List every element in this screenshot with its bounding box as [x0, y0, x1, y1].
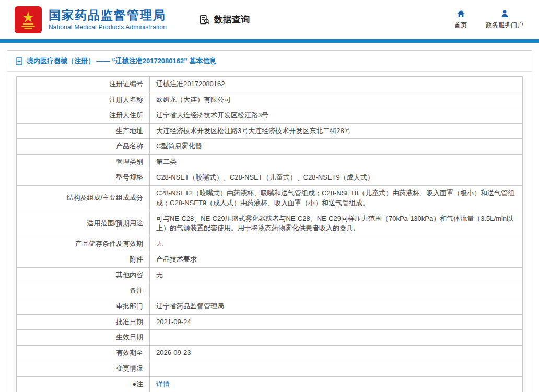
nav-portal[interactable]: 政务服务门户: [486, 9, 523, 30]
field-value: 辽宁省药品监督管理局: [150, 299, 523, 314]
field-label: 注册证编号: [17, 77, 150, 92]
field-value: 无: [150, 236, 523, 252]
national-emblem-icon: [15, 6, 42, 33]
field-value: [150, 361, 523, 377]
field-value: 2026-09-23: [150, 346, 523, 361]
table-row: 管理类别第二类: [17, 155, 523, 170]
field-label: 附件: [17, 252, 150, 268]
table-row: 产品名称C型简易雾化器: [17, 139, 523, 155]
table-row: 审批部门辽宁省药品监督管理局: [17, 299, 523, 314]
nav-portal-label: 政务服务门户: [486, 21, 523, 30]
table-row: ●注详情: [17, 376, 523, 392]
table-row: 生效日期: [17, 330, 523, 346]
field-value: 大连经济技术开发区松江路3号大连经济技术开发区东北二街28号: [150, 123, 523, 139]
field-label: 型号规格: [17, 170, 150, 186]
field-value: C28-NSET2（咬嘴式）由药液杯、吸嘴和送气管组成；C28-NSET8（儿童…: [150, 185, 523, 211]
table-row: 注册人住所辽宁省大连经济技术开发区松江路3号: [17, 108, 523, 123]
field-value: 产品技术要求: [150, 252, 523, 268]
table-row: 适用范围/预期用途可与NE-C28、NE-C29压缩式雾化器或者与NE-C28、…: [17, 211, 523, 236]
field-label: 其他内容: [17, 267, 150, 283]
field-label: 结构及组成/主要组成成分: [17, 185, 150, 211]
field-value: 辽械注准20172080162: [150, 77, 523, 92]
table-row: 结构及组成/主要组成成分C28-NSET2（咬嘴式）由药液杯、吸嘴和送气管组成；…: [17, 185, 523, 211]
field-label: 产品名称: [17, 139, 150, 155]
field-label: 有效期至: [17, 346, 150, 361]
detail-link[interactable]: 详情: [156, 380, 170, 388]
field-label: 注册人名称: [17, 92, 150, 108]
field-label: 产品储存条件及有效期: [17, 236, 150, 252]
nav-data-query-label: 数据查询: [214, 14, 250, 26]
nav-home-label: 首页: [454, 21, 467, 30]
page-title-bar: 境内医疗器械（注册） —— “辽械注准20172080162” 基本信息: [7, 51, 532, 72]
table-row: 注册人名称欧姆龙（大连）有限公司: [17, 92, 523, 108]
table-row: 型号规格C28-NSET（咬嘴式）、C28-NSET（儿童式）、C28-NSET…: [17, 170, 523, 186]
table-row: 变更情况: [17, 361, 523, 377]
field-value: 可与NE-C28、NE-C29压缩式雾化器或者与NE-C28、NE-C29同样压…: [150, 211, 523, 236]
table-row: 产品储存条件及有效期无: [17, 236, 523, 252]
table-row: 附件产品技术要求: [17, 252, 523, 268]
field-label: 生效日期: [17, 330, 150, 346]
house-icon: [456, 9, 465, 18]
header: 国家药品监督管理局 National Medical Products Admi…: [0, 0, 539, 39]
field-value: [150, 283, 523, 299]
document-magnifier-icon: [199, 14, 210, 26]
org-name-cn: 国家药品监督管理局: [49, 8, 167, 22]
field-label: 批准日期: [17, 314, 150, 330]
field-label: 管理类别: [17, 155, 150, 170]
page-title: 境内医疗器械（注册） —— “辽械注准20172080162” 基本信息: [27, 56, 216, 66]
table-row: 备注: [17, 283, 523, 299]
nav-data-query[interactable]: 数据查询: [199, 14, 250, 26]
info-table-body: 注册证编号辽械注准20172080162注册人名称欧姆龙（大连）有限公司注册人住…: [17, 77, 523, 392]
field-label: 审批部门: [17, 299, 150, 314]
top-nav: 首页 政务服务门户: [454, 9, 523, 30]
table-row: 生产地址大连经济技术开发区松江路3号大连经济技术开发区东北二街28号: [17, 123, 523, 139]
field-label: 备注: [17, 283, 150, 299]
field-label: 适用范围/预期用途: [17, 211, 150, 236]
field-value: 辽宁省大连经济技术开发区松江路3号: [150, 108, 523, 123]
document-icon: [16, 57, 22, 65]
table-row: 批准日期2021-09-24: [17, 314, 523, 330]
content-panel: 境内医疗器械（注册） —— “辽械注准20172080162” 基本信息 注册证…: [7, 50, 532, 392]
table-row: 有效期至2026-09-23: [17, 346, 523, 361]
page: 国家药品监督管理局 National Medical Products Admi…: [0, 0, 539, 392]
field-value: C型简易雾化器: [150, 139, 523, 155]
field-value: [150, 330, 523, 346]
field-value: 2021-09-24: [150, 314, 523, 330]
org-name-en: National Medical Products Administration: [49, 23, 167, 31]
field-value: 无: [150, 267, 523, 283]
nmpa-logo[interactable]: 国家药品监督管理局 National Medical Products Admi…: [15, 6, 167, 33]
field-label: 变更情况: [17, 361, 150, 377]
registration-info-table: 注册证编号辽械注准20172080162注册人名称欧姆龙（大连）有限公司注册人住…: [16, 76, 523, 392]
field-value: 第二类: [150, 155, 523, 170]
field-label: 生产地址: [17, 123, 150, 139]
field-value: 详情: [150, 376, 523, 392]
accent-bar: [0, 39, 539, 43]
brand-text: 国家药品监督管理局 National Medical Products Admi…: [49, 8, 167, 31]
field-label: 注册人住所: [17, 108, 150, 123]
field-label: ●注: [17, 376, 150, 392]
field-value: 欧姆龙（大连）有限公司: [150, 92, 523, 108]
table-row: 注册证编号辽械注准20172080162: [17, 77, 523, 92]
table-row: 其他内容无: [17, 267, 523, 283]
user-icon: [500, 9, 509, 18]
field-value: C28-NSET（咬嘴式）、C28-NSET（儿童式）、C28-NSET9（成人…: [150, 170, 523, 186]
nav-home[interactable]: 首页: [454, 9, 467, 30]
